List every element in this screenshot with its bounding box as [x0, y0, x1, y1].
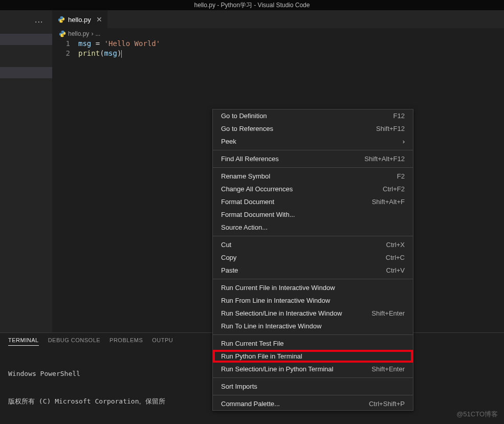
line-number: 1 [53, 39, 70, 49]
line-number: 2 [53, 49, 70, 59]
close-icon[interactable]: ✕ [96, 15, 102, 24]
tab-filename: hello.py [68, 16, 91, 24]
tab-bar: hello.py ✕ [53, 10, 504, 28]
menu-copy[interactable]: CopyCtrl+C [213, 251, 413, 264]
breadcrumb-file: hello.py [68, 30, 89, 37]
breadcrumb[interactable]: hello.py › ... [53, 28, 504, 39]
menu-run-current-interactive[interactable]: Run Current File in Interactive Window [213, 281, 413, 294]
line-gutter: 1 2 [53, 39, 78, 332]
menu-run-selection-python-terminal[interactable]: Run Selection/Line in Python TerminalShi… [213, 363, 413, 375]
menu-run-from-line-interactive[interactable]: Run From Line in Interactive Window [213, 294, 413, 307]
menu-separator [213, 395, 413, 395]
tab-output[interactable]: OUTPU [152, 337, 173, 346]
menu-separator [213, 334, 413, 335]
menu-separator [213, 377, 413, 378]
menu-peek[interactable]: Peek› [213, 135, 413, 148]
menu-go-to-references[interactable]: Go to ReferencesShift+F12 [213, 122, 413, 135]
chevron-right-icon: › [91, 30, 93, 37]
menu-source-action[interactable]: Source Action... [213, 221, 413, 234]
menu-change-all-occurrences[interactable]: Change All OccurrencesCtrl+F2 [213, 183, 413, 195]
menu-sort-imports[interactable]: Sort Imports [213, 380, 413, 393]
menu-find-all-references[interactable]: Find All ReferencesShift+Alt+F12 [213, 152, 413, 165]
menu-format-document[interactable]: Format DocumentShift+Alt+F [213, 195, 413, 208]
breadcrumb-more: ... [95, 30, 100, 37]
sidebar-item[interactable] [0, 34, 52, 45]
menu-separator [213, 150, 413, 150]
python-icon [59, 30, 66, 37]
python-icon [58, 16, 65, 23]
code-line[interactable]: print(msg) [78, 49, 504, 59]
menu-rename-symbol[interactable]: Rename SymbolF2 [213, 170, 413, 183]
watermark: @51CTO博客 [456, 410, 498, 419]
menu-run-to-line-interactive[interactable]: Run To Line in Interactive Window [213, 320, 413, 332]
menu-separator [213, 167, 413, 168]
code-line[interactable]: msg = 'Hello World' [78, 39, 504, 49]
menu-run-python-file-terminal[interactable]: Run Python File in Terminal [213, 350, 413, 363]
text-cursor [121, 50, 122, 58]
tab-debug-console[interactable]: DEBUG CONSOLE [48, 337, 100, 346]
chevron-right-icon: › [403, 138, 405, 145]
menu-command-palette[interactable]: Command Palette...Ctrl+Shift+P [213, 397, 413, 410]
tab-hello-py[interactable]: hello.py ✕ [53, 10, 107, 28]
tab-terminal[interactable]: TERMINAL [8, 337, 39, 346]
context-menu: Go to DefinitionF12 Go to ReferencesShif… [212, 109, 413, 411]
explorer-sidebar: ··· [0, 10, 53, 332]
menu-separator [213, 279, 413, 279]
sidebar-item[interactable] [0, 67, 52, 78]
menu-format-document-with[interactable]: Format Document With... [213, 208, 413, 221]
menu-separator [213, 236, 413, 236]
menu-paste[interactable]: PasteCtrl+V [213, 264, 413, 277]
window-title: hello.py - Python学习 - Visual Studio Code [0, 0, 504, 10]
menu-run-current-test[interactable]: Run Current Test File [213, 337, 413, 350]
menu-run-selection-interactive[interactable]: Run Selection/Line in Interactive Window… [213, 307, 413, 320]
menu-cut[interactable]: CutCtrl+X [213, 238, 413, 251]
menu-go-to-definition[interactable]: Go to DefinitionF12 [213, 109, 413, 122]
tab-problems[interactable]: PROBLEMS [109, 337, 143, 346]
sidebar-more-icon[interactable]: ··· [35, 17, 52, 27]
